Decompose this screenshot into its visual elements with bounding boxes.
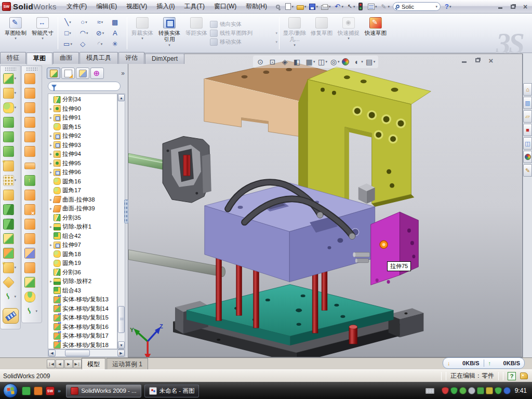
command-button[interactable]: 快速草图 ▾: [362, 15, 389, 51]
close-button[interactable]: ×: [521, 3, 530, 10]
dropdown-arrow-icon[interactable]: ▾: [15, 105, 18, 110]
view-tool-button[interactable]: ▤ ▾: [365, 58, 376, 66]
help-dropdown-arrow-icon[interactable]: ▾: [449, 5, 451, 9]
dropdown-arrow-icon[interactable]: ▾: [15, 76, 18, 81]
quick-launch-icon[interactable]: SW: [46, 387, 55, 395]
feature-tree-item[interactable]: ▸ 圆角19: [48, 259, 117, 268]
view-tool-button[interactable]: ◫ ▾: [317, 58, 328, 66]
feature-tree-item[interactable]: ▸ 拉伸91: [48, 113, 117, 123]
command-button[interactable]: 线性草图阵列 ▾: [210, 30, 277, 37]
ribbon-tab[interactable]: DimXpert: [145, 54, 184, 64]
toolbar-button[interactable]: ▾: [367, 2, 378, 12]
last-tab-button[interactable]: ▶❘: [73, 360, 82, 368]
next-tab-button[interactable]: ▶: [64, 360, 73, 368]
dropdown-arrow-icon[interactable]: ▾: [168, 43, 170, 47]
surface-tool-button[interactable]: ▾: [22, 217, 42, 231]
surface-tool-button[interactable]: ▾: [22, 71, 42, 86]
ribbon-tab[interactable]: 模具工具: [79, 52, 118, 64]
sketch-tool-button[interactable]: ◇ ▾: [76, 38, 92, 49]
dropdown-arrow-icon[interactable]: ▾: [102, 31, 104, 35]
surface-tool-button[interactable]: ▾: [22, 144, 42, 158]
feature-tree-item[interactable]: ▸ 拉伸93: [48, 141, 117, 150]
tree-horizontal-scrollbar[interactable]: ◀ ▶: [48, 349, 125, 357]
view-tool-button[interactable]: ▾: [342, 58, 351, 65]
feature-tool-button[interactable]: ▾: [1, 115, 20, 129]
menu-item[interactable]: 窗口(W): [209, 0, 241, 13]
task-pane-tab[interactable]: ⌂: [523, 83, 532, 96]
dropdown-arrow-icon[interactable]: ▾: [69, 31, 71, 35]
view-tool-button[interactable]: ⊙ ▾: [256, 58, 267, 66]
dropdown-arrow-icon[interactable]: ▾: [388, 5, 390, 9]
expand-arrow-icon[interactable]: ▸: [48, 243, 54, 247]
dropdown-arrow-icon[interactable]: ▾: [69, 20, 71, 24]
feature-tool-button[interactable]: ▾: [1, 188, 20, 202]
dropdown-arrow-icon[interactable]: ▾: [70, 42, 72, 46]
command-button[interactable]: 修复草图 ▾: [308, 15, 335, 51]
surface-tool-button[interactable]: ▾: [22, 100, 42, 115]
panel-tab[interactable]: [76, 68, 89, 79]
search-input[interactable]: Solic: [402, 4, 435, 10]
help-button[interactable]: ?: [445, 3, 449, 10]
expand-arrow-icon[interactable]: ▸: [48, 107, 54, 111]
dropdown-arrow-icon[interactable]: ▾: [275, 31, 277, 35]
prev-tab-button[interactable]: ◀: [56, 360, 64, 368]
dropdown-arrow-icon[interactable]: ▾: [36, 309, 39, 313]
toolbar-button[interactable]: ↖ ▾: [345, 2, 356, 12]
feature-tool-button[interactable]: ▾: [1, 246, 20, 260]
feature-tree-item[interactable]: ▸ 拉伸96: [48, 168, 117, 177]
surface-tool-button[interactable]: ▾: [22, 129, 42, 144]
feature-tree-item[interactable]: ▸ 分割36: [48, 268, 117, 277]
scroll-left-button[interactable]: ◀: [48, 350, 56, 356]
panel-tab[interactable]: [47, 68, 60, 79]
search-box[interactable]: Solic ▾: [393, 2, 441, 11]
toolbar-button[interactable]: ▾: [284, 2, 295, 12]
doc-restore-button[interactable]: [473, 57, 482, 64]
dropdown-arrow-icon[interactable]: ▾: [85, 20, 87, 24]
surface-tool-button[interactable]: ▾: [22, 289, 42, 304]
scrollbar-thumb[interactable]: [118, 306, 125, 333]
expand-arrow-icon[interactable]: ▸: [48, 170, 54, 175]
expand-arrow-icon[interactable]: ▸: [48, 224, 54, 229]
feature-tree-item[interactable]: ▸ 拉伸94: [48, 150, 117, 159]
view-tool-button[interactable]: ◐ ▾: [353, 58, 363, 66]
dropdown-arrow-icon[interactable]: ▾: [15, 178, 18, 182]
sketch-tool-button[interactable]: A ▾: [108, 28, 124, 38]
scroll-right-button[interactable]: ▶: [117, 350, 125, 356]
feature-tool-button[interactable]: ▾: [1, 289, 20, 304]
command-button[interactable]: 等距实体 ▾: [183, 15, 210, 51]
tray-icon[interactable]: [486, 387, 493, 394]
toolbar-drag-handle[interactable]: [5, 67, 16, 71]
feature-tree-item[interactable]: ▸ 拉伸92: [48, 131, 117, 141]
study-tab[interactable]: 运动算例 1: [107, 358, 148, 370]
panel-splitter-handle[interactable]: [124, 200, 128, 223]
command-button[interactable]: 移动实体 ▾: [210, 38, 277, 46]
dropdown-arrow-icon[interactable]: ▾: [374, 60, 376, 64]
command-button[interactable]: 镜向实体 ▾: [210, 21, 277, 28]
view-tool-button[interactable]: ▦ ▾: [305, 58, 315, 66]
expand-arrow-icon[interactable]: ▸: [48, 152, 54, 156]
surface-tool-button[interactable]: ▾: [22, 173, 42, 188]
sketch-tool-button[interactable]: ◠ ▾: [76, 28, 92, 38]
feature-tool-button[interactable]: ▾: [1, 173, 20, 188]
dropdown-arrow-icon[interactable]: ▾: [329, 5, 331, 9]
feature-tool-button[interactable]: ▾: [1, 260, 20, 275]
feature-tool-button[interactable]: ▾: [1, 86, 20, 100]
view-tool-button[interactable]: ◧ ▾: [293, 58, 303, 66]
feature-tree-item[interactable]: ▸ 拉伸95: [48, 159, 117, 168]
feature-tree-item[interactable]: ▸ 实体-移动/复制18: [48, 341, 117, 350]
start-button[interactable]: [3, 383, 18, 398]
ribbon-tab[interactable]: 评估: [118, 52, 144, 64]
menu-item[interactable]: 文件(F): [62, 0, 91, 13]
tag-icon[interactable]: [520, 373, 528, 379]
feature-tool-button[interactable]: ▾: [1, 158, 20, 173]
task-pane-tab[interactable]: ■: [523, 124, 532, 136]
expand-arrow-icon[interactable]: ▸: [48, 161, 54, 166]
dropdown-arrow-icon[interactable]: ▾: [141, 36, 143, 41]
ribbon-tab[interactable]: 曲面: [53, 52, 79, 64]
scrollbar-thumb[interactable]: [65, 350, 90, 356]
surface-tool-button[interactable]: ▾: [22, 231, 42, 246]
dropdown-arrow-icon[interactable]: ▾: [341, 5, 343, 9]
chevron-expand-icon[interactable]: »: [121, 70, 125, 77]
panel-tab[interactable]: [90, 68, 104, 79]
tray-icon[interactable]: [450, 387, 458, 394]
